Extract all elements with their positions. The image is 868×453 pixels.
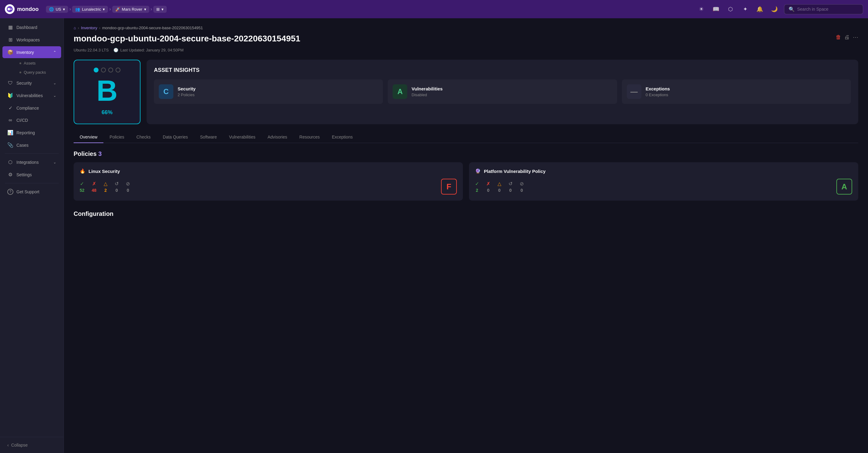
org-label: Lunalectric <box>82 7 101 11</box>
inventory-icon: 📦 <box>7 49 13 55</box>
insight-card-security[interactable]: C Security 2 Policies <box>154 80 383 104</box>
score-grade: B <box>96 76 117 105</box>
tab-checks[interactable]: Checks <box>130 132 157 143</box>
logo[interactable]: mondoo <box>5 4 39 14</box>
sidebar-item-settings[interactable]: ⚙ Settings <box>2 169 61 180</box>
other2-val: 0 <box>127 188 129 193</box>
sidebar-label-dashboard: Dashboard <box>17 25 37 30</box>
sidebar-item-cases[interactable]: 📎 Cases <box>2 139 61 151</box>
vulnerabilities-info: Vulnerabilities Disabled <box>411 86 442 97</box>
pv-fail-icon: ✗ <box>486 181 490 187</box>
warn-val: 2 <box>104 188 107 193</box>
insight-card-vulnerabilities[interactable]: A Vulnerabilities Disabled <box>388 80 617 104</box>
breadcrumb-sep-2: › <box>99 26 100 30</box>
linux-security-header: 🔥 Linux Security <box>80 168 457 174</box>
score-dots <box>94 67 120 73</box>
topnav: mondoo 🌐 US ▾ › 👥 Lunalectric ▾ › 🚀 Mars… <box>0 0 868 18</box>
os-label: Ubuntu 22.04.3 LTS <box>73 48 108 52</box>
pass-val: 52 <box>80 188 85 193</box>
policy-card-platform-vulnerability[interactable]: 🔮 Platform Vulnerability Policy ✓ 2 ✗ 0 <box>469 162 858 201</box>
sidebar-item-workspaces[interactable]: ⊞ Workspaces <box>2 34 61 46</box>
grid-chevron: ▾ <box>161 7 164 11</box>
more-options-button[interactable]: ⋯ <box>853 34 858 40</box>
sidebar-label-reporting: Reporting <box>17 130 35 135</box>
insight-card-exceptions[interactable]: — Exceptions 0 Exceptions <box>622 80 851 104</box>
sidebar-label-cases: Cases <box>17 143 29 148</box>
other2-icon: ⊘ <box>126 181 130 187</box>
nav-sep-3: › <box>151 6 152 12</box>
tab-exceptions[interactable]: Exceptions <box>326 132 359 143</box>
policies-label: Policies <box>73 150 97 157</box>
sidebar-item-reporting[interactable]: 📊 Reporting <box>2 126 61 139</box>
sidebar-item-dashboard[interactable]: ▦ Dashboard <box>2 21 61 33</box>
user-avatar[interactable]: 🌙 <box>770 4 779 14</box>
breadcrumb-home[interactable]: ⌂ <box>73 26 76 30</box>
insights-row: B 66% ASSET INSIGHTS C Security 2 Polici… <box>73 60 858 124</box>
score-card: B 66% <box>73 60 141 124</box>
linux-grade-box: F <box>441 179 457 195</box>
sidebar-item-integrations[interactable]: ⬡ Integrations ⌄ <box>2 156 61 168</box>
search-box[interactable]: 🔍 <box>784 4 863 14</box>
pv-stat-other1: ↺ 0 <box>508 181 513 193</box>
sidebar-label-cicd: CI/CD <box>17 118 28 123</box>
slack-icon[interactable]: ✦ <box>740 4 750 14</box>
svg-point-1 <box>8 8 10 10</box>
tab-software[interactable]: Software <box>194 132 223 143</box>
asset-insights-panel: ASSET INSIGHTS C Security 2 Policies A V… <box>147 60 858 124</box>
sidebar-item-get-support[interactable]: ? Get Support <box>2 186 61 198</box>
tab-vulnerabilities[interactable]: Vulnerabilities <box>223 132 261 143</box>
page-title: mondoo-gcp-ubuntu-2004-secure-base-20220… <box>73 34 300 44</box>
space-label: Mars Rover <box>122 7 142 11</box>
assets-label: Assets <box>24 61 36 65</box>
github-icon[interactable]: ⬡ <box>726 4 735 14</box>
sidebar-label-workspaces: Workspaces <box>17 37 40 42</box>
tabs: Overview Policies Checks Data Queries So… <box>73 132 858 143</box>
logo-text: mondoo <box>17 6 39 12</box>
sidebar-item-compliance[interactable]: ✓ Compliance <box>2 102 61 114</box>
policy-card-linux-security[interactable]: 🔥 Linux Security ✓ 52 ✗ 48 <box>73 162 463 201</box>
tab-policies[interactable]: Policies <box>103 132 130 143</box>
sidebar-item-vulnerabilities[interactable]: 🔰 Vulnerabilities ⌄ <box>2 89 61 102</box>
sidebar-item-inventory[interactable]: 📦 Inventory ⌃ <box>2 46 61 58</box>
nav-grid-pill[interactable]: ⊞ ▾ <box>153 6 167 13</box>
sidebar-item-security[interactable]: 🛡 Security ⌄ <box>2 77 61 89</box>
policies-section-title: Policies 3 <box>73 150 858 158</box>
search-input[interactable] <box>797 7 859 11</box>
tab-resources[interactable]: Resources <box>293 132 326 143</box>
pv-warn-icon: △ <box>498 181 501 187</box>
fail-val: 48 <box>92 188 97 193</box>
nav-org-pill[interactable]: 👥 Lunalectric ▾ <box>72 6 108 13</box>
policies-grid: 🔥 Linux Security ✓ 52 ✗ 48 <box>73 162 858 201</box>
configuration-title: Configuration <box>73 210 858 217</box>
delete-button[interactable]: 🗑 <box>836 34 841 40</box>
print-button[interactable]: 🖨 <box>844 34 850 40</box>
tab-advisories[interactable]: Advisories <box>261 132 293 143</box>
pv-pass-icon: ✓ <box>475 181 479 187</box>
sidebar-item-query-packs[interactable]: Query packs <box>14 68 61 77</box>
sidebar-item-cicd[interactable]: ∞ CI/CD <box>2 114 61 126</box>
sidebar-item-assets[interactable]: Assets <box>14 59 61 67</box>
linux-stat-pass: ✓ 52 <box>80 181 85 193</box>
tab-overview[interactable]: Overview <box>73 132 103 143</box>
sidebar-label-integrations: Integrations <box>17 160 39 165</box>
pv-other1-icon: ↺ <box>508 181 513 187</box>
collapse-button[interactable]: ‹ Collapse <box>2 440 61 451</box>
notifications-icon[interactable]: 🔔 <box>755 4 765 14</box>
theme-toggle[interactable]: ☀ <box>696 4 706 14</box>
platform-vuln-icon: 🔮 <box>475 168 481 174</box>
linux-security-icon: 🔥 <box>80 168 86 174</box>
tab-data-queries[interactable]: Data Queries <box>157 132 194 143</box>
support-icon: ? <box>7 189 13 195</box>
insights-title: ASSET INSIGHTS <box>154 67 851 74</box>
nav-space-pill[interactable]: 🚀 Mars Rover ▾ <box>112 6 149 13</box>
globe-icon: 🌐 <box>49 7 54 11</box>
linux-stat-fail: ✗ 48 <box>92 181 97 193</box>
nav-region-pill[interactable]: 🌐 US ▾ <box>46 6 68 13</box>
search-icon: 🔍 <box>788 6 795 12</box>
pv-warn-val: 0 <box>498 188 501 193</box>
docs-icon[interactable]: 📖 <box>711 4 721 14</box>
layout: ▦ Dashboard ⊞ Workspaces 📦 Inventory ⌃ A… <box>0 18 868 453</box>
main-content: ⌂ › Inventory › mondoo-gcp-ubuntu-2004-s… <box>64 18 868 453</box>
breadcrumb-inventory[interactable]: Inventory <box>81 26 97 30</box>
exceptions-insight-sub: 0 Exceptions <box>646 92 670 97</box>
